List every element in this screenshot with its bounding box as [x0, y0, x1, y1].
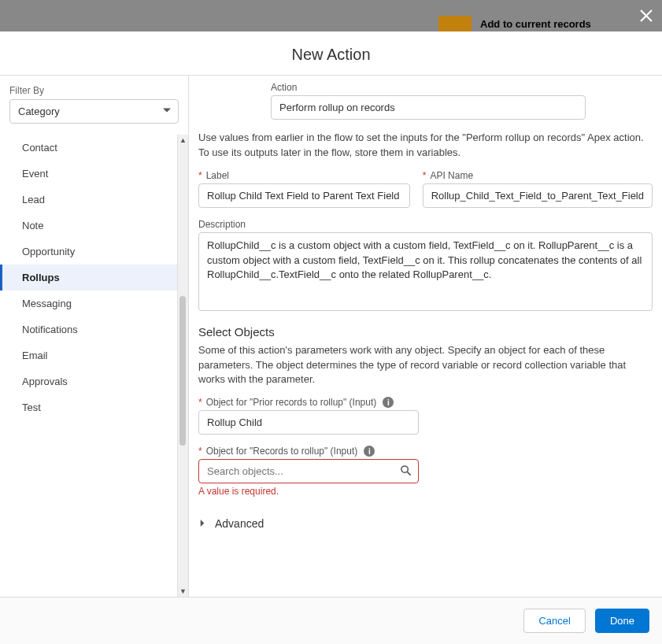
flow-node-label: Add to current records	[480, 18, 591, 30]
records-search-wrap	[198, 459, 419, 483]
svg-point-2	[401, 466, 408, 472]
required-marker: *	[423, 170, 427, 181]
sidebar-item-label: Messaging	[22, 298, 72, 309]
sidebar-item-note[interactable]: Note	[0, 213, 188, 239]
select-objects-help: Some of this action's parameters work wi…	[198, 343, 653, 388]
description-value: RollupChild__c is a custom object with a…	[207, 239, 642, 281]
modal-backdrop: Add to current records	[0, 0, 662, 31]
filter-by-label: Filter By	[9, 85, 179, 96]
label-api-row: *Label Rollup Child Text Field to Parent…	[198, 170, 653, 219]
chevron-right-icon	[198, 518, 207, 530]
scrollbar[interactable]: ▲ ▼	[177, 135, 188, 597]
scroll-thumb[interactable]	[179, 296, 186, 446]
info-icon[interactable]: i	[364, 446, 375, 457]
sidebar-item-notifications[interactable]: Notifications	[0, 316, 188, 342]
description-textarea[interactable]: RollupChild__c is a custom object with a…	[198, 232, 653, 311]
filter-by-value: Category	[18, 105, 60, 117]
modal-footer: Cancel Done	[0, 598, 662, 644]
required-marker: *	[198, 170, 202, 181]
sidebar-item-label: Rollups	[22, 272, 60, 283]
scroll-down-arrow-icon[interactable]: ▼	[178, 586, 188, 597]
sidebar-item-label: Test	[22, 402, 41, 413]
select-objects-title: Select Objects	[198, 325, 653, 339]
sidebar-item-contact[interactable]: Contact	[0, 135, 188, 161]
label-value: Rollup Child Text Field to Parent Text F…	[207, 190, 399, 202]
main-panel: Action Perform rollup on records Use val…	[189, 76, 662, 597]
sidebar-item-event[interactable]: Event	[0, 161, 188, 187]
sidebar-item-label: Event	[22, 168, 48, 180]
action-input[interactable]: Perform rollup on records	[271, 95, 586, 120]
records-search-input[interactable]	[198, 459, 419, 483]
records-to-rollup-label: * Object for "Records to rollup" (Input)…	[198, 446, 419, 457]
info-icon[interactable]: i	[383, 397, 394, 408]
advanced-toggle[interactable]: Advanced	[198, 517, 653, 530]
sidebar-item-label: Lead	[22, 194, 45, 205]
chevron-down-icon	[162, 105, 172, 117]
api-name-value: Rollup_Child_Text_Field_to_Parent_Text_F…	[431, 190, 644, 202]
sidebar-item-label: Approvals	[22, 376, 68, 387]
sidebar-item-test[interactable]: Test	[0, 394, 188, 420]
sidebar-item-label: Opportunity	[22, 246, 75, 257]
api-name-label: *API Name	[423, 170, 653, 181]
prior-records-label: * Object for "Prior records to rollup" (…	[198, 397, 419, 408]
modal-title: New Action	[0, 31, 662, 75]
filter-by-select[interactable]: Category	[9, 99, 179, 124]
action-label: Action	[271, 82, 586, 93]
sidebar-item-email[interactable]: Email	[0, 342, 188, 368]
label-field: *Label Rollup Child Text Field to Parent…	[198, 170, 410, 208]
required-marker: *	[198, 397, 202, 408]
sidebar: Filter By Category ▲ ▼ Contact Event Lea…	[0, 76, 189, 597]
close-icon[interactable]	[638, 8, 654, 28]
api-name-field: *API Name Rollup_Child_Text_Field_to_Par…	[423, 170, 653, 208]
advanced-label: Advanced	[215, 517, 264, 530]
sidebar-item-messaging[interactable]: Messaging	[0, 291, 188, 316]
flow-node-preview	[438, 16, 472, 31]
sidebar-item-approvals[interactable]: Approvals	[0, 368, 188, 394]
sidebar-item-rollups[interactable]: Rollups	[0, 265, 188, 291]
label-label: *Label	[198, 170, 410, 181]
sidebar-item-label: Notifications	[22, 324, 78, 335]
prior-records-value: Rollup Child	[207, 416, 262, 428]
new-action-modal: New Action Filter By Category ▲ ▼ Contac…	[0, 31, 662, 644]
prior-records-input[interactable]: Rollup Child	[198, 410, 419, 435]
prior-records-field: * Object for "Prior records to rollup" (…	[198, 397, 419, 435]
sidebar-item-label: Email	[22, 350, 48, 361]
required-marker: *	[198, 446, 202, 457]
label-input[interactable]: Rollup Child Text Field to Parent Text F…	[198, 183, 410, 208]
action-field: Action Perform rollup on records	[271, 82, 586, 120]
action-helptext: Use values from earlier in the flow to s…	[198, 131, 653, 161]
sidebar-item-label: Contact	[22, 142, 57, 154]
sidebar-item-opportunity[interactable]: Opportunity	[0, 239, 188, 265]
done-button[interactable]: Done	[595, 609, 649, 633]
cancel-button[interactable]: Cancel	[523, 609, 585, 633]
scroll-up-arrow-icon[interactable]: ▲	[178, 135, 188, 146]
sidebar-item-label: Note	[22, 220, 43, 231]
category-scroll: ▲ ▼ Contact Event Lead Note Opportunity …	[0, 135, 188, 597]
action-value: Perform rollup on records	[279, 102, 395, 113]
records-to-rollup-field: * Object for "Records to rollup" (Input)…	[198, 446, 419, 497]
modal-content: Filter By Category ▲ ▼ Contact Event Lea…	[0, 76, 662, 598]
category-list: Contact Event Lead Note Opportunity Roll…	[0, 135, 188, 420]
description-field: Description RollupChild__c is a custom o…	[198, 219, 653, 311]
description-label: Description	[198, 219, 653, 230]
search-icon	[400, 464, 412, 479]
api-name-input[interactable]: Rollup_Child_Text_Field_to_Parent_Text_F…	[423, 183, 653, 208]
svg-line-3	[407, 472, 410, 475]
sidebar-item-lead[interactable]: Lead	[0, 187, 188, 213]
records-error-message: A value is required.	[198, 486, 419, 497]
